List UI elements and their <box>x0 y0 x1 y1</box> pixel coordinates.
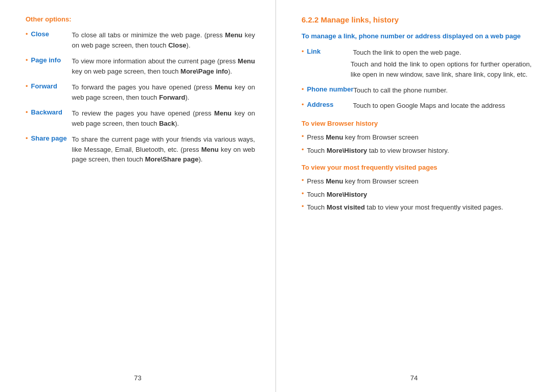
label-sharepage: Share page <box>31 134 72 142</box>
freq-dot-1: • <box>302 176 304 184</box>
label-phone: Phone number <box>307 85 354 93</box>
bullet-forward: • Forward To forward the pages you have … <box>26 82 255 102</box>
bullet-address: • Address Touch to open Google Maps and … <box>302 101 532 111</box>
freq-text-3: Touch Most visited tab to view your most… <box>307 202 503 213</box>
freq-item-3: • Touch Most visited tab to view your mo… <box>302 202 532 213</box>
text-phone: Touch to call the phone number. <box>354 85 448 96</box>
intro-heading: To manage a link, phone number or addres… <box>302 31 532 41</box>
browser-history-heading: To view Browser history <box>302 120 532 127</box>
label-address: Address <box>307 101 353 108</box>
left-page: Other options: • Close To close all tabs… <box>0 0 276 392</box>
link-extra: Touch and hold the link to open options … <box>351 59 532 79</box>
bullet-pageinfo: • Page info To view more information abo… <box>26 56 255 76</box>
text-address: Touch to open Google Maps and locate the… <box>353 101 505 111</box>
text-link: Touch the link to open the web page. <box>353 48 462 58</box>
bullet-dot-sharepage: • <box>26 134 28 142</box>
right-page-number: 74 <box>410 374 418 382</box>
label-pageinfo: Page info <box>31 56 72 64</box>
label-link: Link <box>307 48 353 55</box>
freq-dot-2: • <box>302 190 304 197</box>
bullet-close: • Close To close all tabs or minimize th… <box>26 30 255 50</box>
link-extra-text: Touch and hold the link to open options … <box>302 59 532 79</box>
bh-dot-1: • <box>302 132 304 140</box>
browser-hist-item-1: • Press Menu key from Browser screen <box>302 132 532 143</box>
bullet-sharepage: • Share page To share the current page w… <box>26 134 255 165</box>
text-pageinfo: To view more information about the curre… <box>72 56 255 76</box>
bullet-dot-address: • <box>302 101 304 108</box>
label-backward: Backward <box>31 108 72 116</box>
text-close: To close all tabs or minimize the web pa… <box>72 30 255 50</box>
bullet-dot-close: • <box>26 30 28 38</box>
text-forward: To forward the pages you have opened (pr… <box>72 82 255 102</box>
freq-text-2: Touch More\History <box>307 190 367 200</box>
freq-item-1: • Press Menu key from Browser screen <box>302 176 532 187</box>
label-close: Close <box>31 30 72 38</box>
bullet-dot-backward: • <box>26 108 28 116</box>
bullet-dot-link: • <box>302 48 304 55</box>
bullet-dot-forward: • <box>26 82 28 90</box>
bullet-dot-pageinfo: • <box>26 56 28 64</box>
freq-dot-3: • <box>302 202 304 210</box>
page-container: Other options: • Close To close all tabs… <box>0 0 552 392</box>
bullet-dot-phone: • <box>302 85 304 93</box>
bh-text-1: Press Menu key from Browser screen <box>307 132 419 143</box>
bullet-phone: • Phone number Touch to call the phone n… <box>302 85 532 96</box>
left-page-number: 73 <box>134 374 141 382</box>
label-forward: Forward <box>31 82 72 90</box>
frequently-heading: To view your most frequently visited pag… <box>302 164 532 171</box>
other-options-heading: Other options: <box>26 15 255 23</box>
text-backward: To review the pages you have opened (pre… <box>72 108 255 128</box>
text-sharepage: To share the current page with your frie… <box>72 134 255 165</box>
bullet-link: • Link Touch the link to open the web pa… <box>302 48 532 58</box>
browser-hist-item-2: • Touch More\History tab to view browser… <box>302 146 532 156</box>
bh-dot-2: • <box>302 146 304 153</box>
right-page: 6.2.2 Manage links, history To manage a … <box>276 0 552 392</box>
freq-item-2: • Touch More\History <box>302 190 532 200</box>
freq-text-1: Press Menu key from Browser screen <box>307 176 419 187</box>
bullet-backward: • Backward To review the pages you have … <box>26 108 255 128</box>
chapter-heading: 6.2.2 Manage links, history <box>302 15 532 24</box>
bh-text-2: Touch More\History tab to view browser h… <box>307 146 449 156</box>
